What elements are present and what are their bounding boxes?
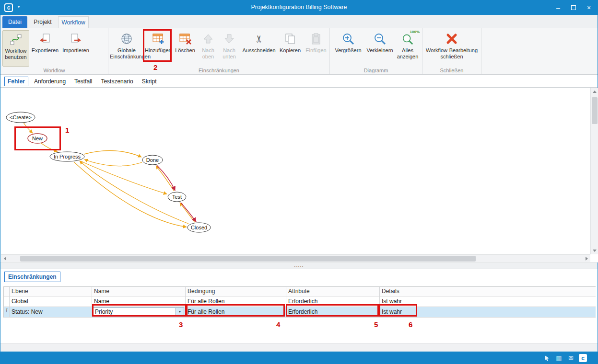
doc-tab-skript[interactable]: Skript bbox=[139, 77, 160, 86]
workflow-diagram[interactable]: <Create> New In Progress Done Test bbox=[1, 88, 590, 254]
cell-details[interactable]: Ist wahr bbox=[380, 307, 596, 317]
row-selector[interactable] bbox=[4, 296, 10, 307]
scissors-icon: ✂ bbox=[242, 30, 276, 47]
arrow-down-icon bbox=[219, 30, 240, 47]
paste-icon bbox=[304, 30, 328, 47]
ribbon-group-diagramm: Vergrößern Verkleinern 100% bbox=[330, 28, 422, 74]
combobox-dropdown-button[interactable]: ▼ bbox=[176, 308, 184, 315]
ribbon-group-workflow: Workflow benutzen Exportieren bbox=[0, 28, 108, 74]
scroll-down-button[interactable] bbox=[591, 247, 598, 254]
cell-ebene[interactable]: Status: New bbox=[10, 307, 92, 317]
ribbon-group-einschraenkungen: Globale Einschränkungen Hinzufügen bbox=[108, 28, 330, 74]
zoom-in-icon bbox=[331, 30, 365, 47]
workflow-edges-orange bbox=[23, 123, 195, 227]
column-header-details[interactable]: Details bbox=[380, 287, 596, 296]
tab-datei[interactable]: Datei bbox=[2, 16, 27, 28]
ribbon: Workflow benutzen Exportieren bbox=[0, 28, 598, 75]
zoom-100-badge: 100% bbox=[410, 30, 420, 34]
combobox-value: Priority bbox=[94, 308, 176, 315]
cell-attribute[interactable]: Erforderlich bbox=[286, 296, 380, 307]
hinzufuegen-button[interactable]: Hinzufügen bbox=[145, 30, 171, 67]
workflow-bearbeitung-schliessen-button[interactable]: Workflow-Bearbeitung schließen bbox=[424, 30, 479, 67]
importieren-button[interactable]: Importieren bbox=[61, 30, 91, 67]
node-closed[interactable]: Closed bbox=[188, 223, 211, 232]
tab-workflow[interactable]: Workflow bbox=[58, 16, 89, 28]
globe-icon bbox=[110, 30, 143, 47]
name-combobox[interactable]: Priority ▼ bbox=[93, 307, 184, 316]
alles-anzeigen-button[interactable]: 100% Alles anzeigen bbox=[395, 30, 421, 67]
horizontal-scrollbar[interactable] bbox=[1, 254, 590, 262]
statusbar: ▦ ✉ c bbox=[0, 352, 598, 364]
svg-text:In Progress: In Progress bbox=[54, 154, 81, 159]
svg-text:Done: Done bbox=[146, 157, 159, 163]
maximize-button[interactable] bbox=[566, 0, 581, 15]
ribbon-group-label: Diagramm bbox=[330, 68, 422, 73]
doc-tab-anforderung[interactable]: Anforderung bbox=[31, 77, 69, 86]
table-row[interactable]: Global Name Für alle Rollen Erforderlich… bbox=[4, 296, 596, 307]
tab-einschraenkungen[interactable]: Einschränkungen bbox=[4, 272, 60, 282]
app-logo-icon[interactable]: c bbox=[579, 354, 587, 362]
doc-tab-testfall[interactable]: Testfall bbox=[71, 77, 95, 86]
svg-text:Test: Test bbox=[172, 194, 182, 200]
vertical-scroll-thumb[interactable] bbox=[592, 97, 598, 124]
scroll-right-button[interactable] bbox=[583, 255, 590, 262]
kopieren-button[interactable]: Kopieren bbox=[277, 30, 303, 67]
cursor-arrow-icon[interactable] bbox=[543, 354, 551, 362]
column-header-ebene[interactable]: Ebene bbox=[10, 287, 92, 296]
node-test[interactable]: Test bbox=[168, 192, 186, 202]
chevron-down-icon: ▼ bbox=[178, 310, 182, 313]
cell-bedingung[interactable]: Für alle Rollen bbox=[186, 296, 286, 307]
vertical-scrollbar[interactable] bbox=[590, 88, 598, 254]
doc-tab-testszenario[interactable]: Testszenario bbox=[98, 77, 136, 86]
splitter-handle[interactable]: ..... bbox=[0, 262, 598, 269]
workflow-benutzen-button[interactable]: Workflow benutzen bbox=[2, 30, 29, 67]
cell-attribute[interactable]: Erforderlich bbox=[286, 307, 380, 317]
import-icon bbox=[61, 30, 91, 47]
ribbon-tab-row: Datei Projekt Workflow bbox=[0, 15, 598, 28]
cell-name[interactable]: Name bbox=[92, 296, 186, 307]
loeschen-button[interactable]: Löschen bbox=[173, 30, 197, 67]
titlebar: c ▾ Projektkonfiguration Billing Softwar… bbox=[0, 0, 598, 15]
svg-text:Closed: Closed bbox=[191, 225, 207, 230]
node-new[interactable]: New bbox=[28, 134, 47, 143]
doc-tab-fehler[interactable]: Fehler bbox=[4, 77, 28, 86]
globale-einschraenkungen-button[interactable]: Globale Einschränkungen bbox=[110, 30, 143, 67]
horizontal-scroll-thumb[interactable] bbox=[20, 256, 476, 262]
table-row-selected[interactable]: I Status: New Priority ▼ Für alle Rollen… bbox=[4, 307, 596, 318]
panel-footer-strip bbox=[0, 343, 598, 352]
mail-icon[interactable]: ✉ bbox=[567, 354, 575, 362]
add-table-icon bbox=[145, 30, 171, 47]
close-button[interactable]: × bbox=[581, 0, 597, 15]
exportieren-button[interactable]: Exportieren bbox=[31, 30, 59, 67]
column-header-attribute[interactable]: Attribute bbox=[286, 287, 380, 296]
document-tab-strip: Fehler Anforderung Testfall Testszenario… bbox=[0, 76, 598, 88]
ribbon-group-schliessen: Workflow-Bearbeitung schließen Schließen bbox=[422, 28, 481, 74]
svg-text:New: New bbox=[32, 136, 43, 141]
cell-bedingung[interactable]: Für alle Rollen bbox=[186, 307, 286, 317]
export-icon bbox=[31, 30, 59, 47]
close-red-x-icon bbox=[424, 30, 479, 47]
workflow-nodes: <Create> New In Progress Done Test bbox=[6, 112, 211, 232]
grid-icon[interactable]: ▦ bbox=[555, 354, 563, 362]
column-header-name[interactable]: Name bbox=[92, 287, 186, 296]
verkleinern-button[interactable]: Verkleinern bbox=[365, 30, 395, 67]
column-header-bedingung[interactable]: Bedingung bbox=[186, 287, 286, 296]
cell-details[interactable]: Ist wahr bbox=[380, 296, 596, 307]
ausschneiden-button[interactable]: ✂ Ausschneiden bbox=[242, 30, 276, 67]
scroll-up-button[interactable] bbox=[591, 88, 598, 95]
tab-projekt[interactable]: Projekt bbox=[28, 16, 57, 28]
ribbon-group-label: Einschränkungen bbox=[108, 68, 329, 73]
vergroessern-button[interactable]: Vergrößern bbox=[331, 30, 365, 67]
minimize-button[interactable]: – bbox=[551, 0, 566, 15]
scroll-left-button[interactable] bbox=[1, 255, 9, 262]
node-in-progress[interactable]: In Progress bbox=[50, 152, 84, 161]
ribbon-group-label: Schließen bbox=[422, 68, 481, 73]
row-selector-header bbox=[4, 287, 10, 296]
node-done[interactable]: Done bbox=[142, 155, 163, 165]
row-edit-indicator-icon: I bbox=[4, 307, 10, 317]
nach-oben-button: Nach oben bbox=[199, 30, 218, 67]
table-header-row: Ebene Name Bedingung Attribute Details bbox=[4, 287, 596, 296]
zoom-out-icon bbox=[365, 30, 395, 47]
cell-ebene[interactable]: Global bbox=[10, 296, 92, 307]
node-create[interactable]: <Create> bbox=[6, 112, 35, 123]
